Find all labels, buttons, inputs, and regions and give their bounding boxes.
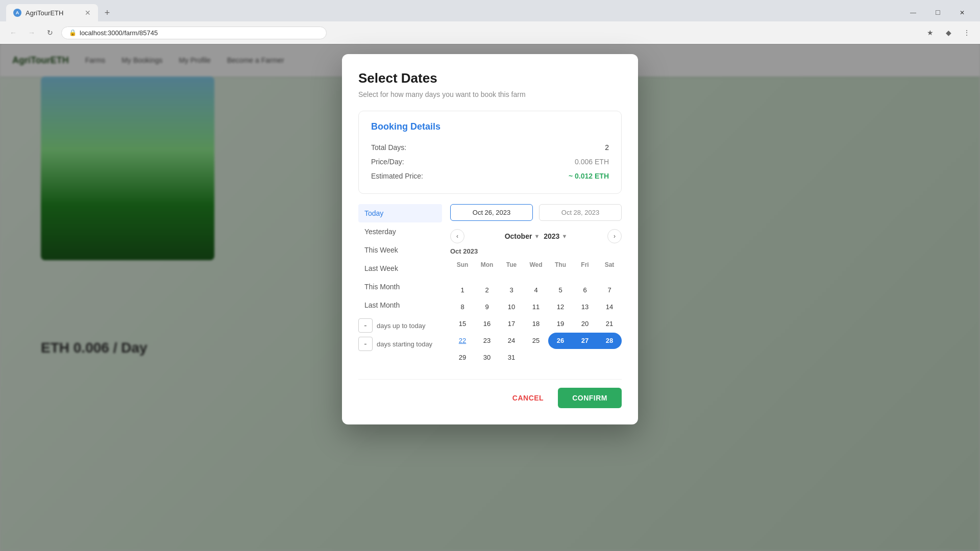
cal-cell-empty (524, 273, 548, 281)
cal-cell-empty-33 (548, 350, 573, 365)
cal-week-4: 22 23 24 25 26 27 28 (450, 333, 622, 348)
modal-footer: CANCEL CONFIRM (358, 379, 622, 408)
prev-month-button[interactable]: ‹ (450, 229, 464, 243)
total-days-label: Total Days: (371, 143, 406, 152)
total-days-value: 2 (605, 143, 609, 152)
cal-cell-empty-35 (597, 350, 622, 365)
cal-day-19[interactable]: 19 (548, 316, 573, 331)
tab-close-button[interactable]: ✕ (85, 9, 91, 17)
cal-day-31[interactable]: 31 (499, 350, 524, 365)
cal-day-29[interactable]: 29 (450, 350, 475, 365)
modal-title: Select Dates (358, 70, 622, 86)
menu-icon[interactable]: ⋮ (960, 26, 974, 40)
maximize-button[interactable]: ☐ (926, 4, 949, 21)
cal-day-27[interactable]: 27 (573, 333, 597, 348)
cal-day-26[interactable]: 26 (548, 333, 573, 348)
cal-cell-empty (597, 273, 622, 281)
cal-header-fri: Fri (573, 259, 597, 270)
cal-header-wed: Wed (524, 259, 548, 270)
cal-cell-empty (573, 273, 597, 281)
cal-day-17[interactable]: 17 (499, 316, 524, 331)
quick-select-this-month[interactable]: This Month (358, 278, 442, 296)
quick-select-today[interactable]: Today (358, 204, 442, 222)
cal-day-16[interactable]: 16 (475, 316, 499, 331)
cal-day-22[interactable]: 22 (450, 333, 475, 348)
cal-day-30[interactable]: 30 (475, 350, 499, 365)
url-text: localhost:3000/farm/85745 (80, 29, 158, 37)
cal-day-6[interactable]: 6 (573, 283, 597, 297)
active-tab[interactable]: A AgriTourETH ✕ (6, 4, 98, 21)
forward-button[interactable]: → (24, 26, 39, 40)
cal-cell-empty (450, 273, 475, 281)
cal-day-25[interactable]: 25 (524, 333, 548, 348)
days-start-minus-button[interactable]: - (358, 337, 373, 351)
cal-day-2[interactable]: 2 (475, 283, 499, 297)
tab-bar: A AgriTourETH ✕ + — ☐ ✕ (0, 0, 980, 21)
month-year-selector: October ▼ 2023 ▼ (505, 232, 568, 240)
days-up-minus-button[interactable]: - (358, 318, 373, 333)
cal-day-13[interactable]: 13 (573, 299, 597, 314)
cal-week-2: 8 9 10 11 12 13 14 (450, 299, 622, 314)
bookmark-icon[interactable]: ★ (923, 26, 937, 40)
cal-day-24[interactable]: 24 (499, 333, 524, 348)
quick-select-yesterday[interactable]: Yesterday (358, 222, 442, 241)
quick-select-last-week[interactable]: Last Week (358, 259, 442, 278)
cal-header-sat: Sat (597, 259, 622, 270)
reload-button[interactable]: ↻ (43, 26, 57, 40)
cal-day-28[interactable]: 28 (597, 333, 622, 348)
cal-day-4[interactable]: 4 (524, 283, 548, 297)
back-button[interactable]: ← (6, 26, 20, 40)
quick-select-this-week[interactable]: This Week (358, 241, 442, 259)
cal-day-5[interactable]: 5 (548, 283, 573, 297)
month-label: October (505, 232, 532, 240)
cal-day-7[interactable]: 7 (597, 283, 622, 297)
cal-day-14[interactable]: 14 (597, 299, 622, 314)
price-per-day-value: 0.006 ETH (575, 158, 609, 166)
date-inputs: Oct 26, 2023 Oct 28, 2023 (450, 204, 622, 221)
next-month-button[interactable]: › (607, 229, 622, 243)
address-input[interactable]: 🔒 localhost:3000/farm/85745 (61, 27, 327, 39)
cal-cell-empty (548, 273, 573, 281)
year-dropdown-icon: ▼ (561, 233, 567, 239)
cal-day-10[interactable]: 10 (499, 299, 524, 314)
new-tab-button[interactable]: + (100, 6, 114, 20)
cancel-button[interactable]: CANCEL (504, 389, 552, 407)
modal-subtitle: Select for how many days you want to boo… (358, 90, 622, 98)
cal-week-3: 15 16 17 18 19 20 21 (450, 316, 622, 331)
cal-day-21[interactable]: 21 (597, 316, 622, 331)
cal-day-1[interactable]: 1 (450, 283, 475, 297)
cal-day-12[interactable]: 12 (548, 299, 573, 314)
cal-month-label: Oct 2023 (450, 247, 622, 255)
cal-header-thu: Thu (548, 259, 573, 270)
cal-cell-empty (499, 273, 524, 281)
cal-day-23[interactable]: 23 (475, 333, 499, 348)
minimize-button[interactable]: — (901, 4, 925, 21)
quick-select-sidebar: Today Yesterday This Week Last Week This… (358, 204, 450, 367)
cal-day-3[interactable]: 3 (499, 283, 524, 297)
lock-icon: 🔒 (69, 29, 77, 36)
month-dropdown-icon: ▼ (534, 233, 540, 239)
days-up-to-today-row: - days up to today (358, 318, 442, 333)
cal-week-placeholder (450, 273, 622, 281)
year-selector[interactable]: 2023 ▼ (544, 232, 567, 240)
cal-header-row: Sun Mon Tue Wed Thu Fri Sat (450, 259, 622, 270)
start-date-input[interactable]: Oct 26, 2023 (450, 204, 533, 221)
close-window-button[interactable]: ✕ (950, 4, 974, 21)
calendar-grid: Sun Mon Tue Wed Thu Fri Sat (450, 259, 622, 365)
calendar-section: Oct 26, 2023 Oct 28, 2023 ‹ October ▼ 20… (450, 204, 622, 367)
end-date-input[interactable]: Oct 28, 2023 (539, 204, 622, 221)
date-picker-section: Today Yesterday This Week Last Week This… (358, 204, 622, 367)
cal-day-11[interactable]: 11 (524, 299, 548, 314)
cal-header-sun: Sun (450, 259, 475, 270)
cal-header-mon: Mon (475, 259, 499, 270)
cal-day-8[interactable]: 8 (450, 299, 475, 314)
month-selector[interactable]: October ▼ (505, 232, 540, 240)
confirm-button[interactable]: CONFIRM (558, 388, 622, 408)
cal-day-9[interactable]: 9 (475, 299, 499, 314)
extensions-icon[interactable]: ◆ (941, 26, 955, 40)
cal-day-20[interactable]: 20 (573, 316, 597, 331)
cal-day-18[interactable]: 18 (524, 316, 548, 331)
cal-day-15[interactable]: 15 (450, 316, 475, 331)
quick-select-last-month[interactable]: Last Month (358, 296, 442, 314)
tab-title: AgriTourETH (26, 9, 63, 17)
